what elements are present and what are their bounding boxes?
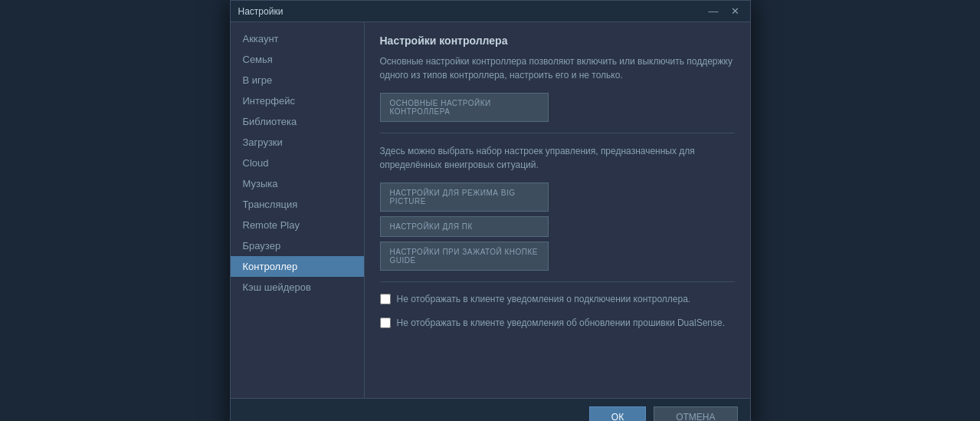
checkbox-dualsense-firmware[interactable] xyxy=(380,317,391,328)
sidebar-item-family[interactable]: Семья xyxy=(231,49,364,70)
guide-settings-button[interactable]: НАСТРОЙКИ ПРИ ЗАЖАТОЙ КНОПКЕ GUIDE xyxy=(380,242,549,271)
sidebar-item-downloads[interactable]: Загрузки xyxy=(231,132,364,153)
dialog-footer: ОК ОТМЕНА xyxy=(231,398,750,421)
divider-1 xyxy=(380,133,735,133)
checkbox-row-1: Не отображать в клиенте уведомления о по… xyxy=(380,293,735,306)
sidebar-item-interface[interactable]: Интерфейс xyxy=(231,90,364,111)
sidebar-item-shader-cache[interactable]: Кэш шейдеров xyxy=(231,277,364,298)
section-title: Настройки контроллера xyxy=(380,35,735,47)
ok-button[interactable]: ОК xyxy=(589,406,646,421)
checkbox-label-2: Не отображать в клиенте уведомления об о… xyxy=(397,317,726,330)
settings-dialog: Настройки — ✕ Аккаунт Семья В игре Интер… xyxy=(230,0,751,421)
sidebar-item-controller[interactable]: Контроллер xyxy=(231,256,364,277)
main-settings-button[interactable]: ОСНОВНЫЕ НАСТРОЙКИ КОНТРОЛЛЕРА xyxy=(380,93,549,122)
titlebar: Настройки — ✕ xyxy=(231,1,750,22)
sidebar-item-browser[interactable]: Браузер xyxy=(231,235,364,256)
sidebar-item-ingame[interactable]: В игре xyxy=(231,70,364,90)
desktop-settings-button[interactable]: НАСТРОЙКИ ДЛЯ ПК xyxy=(380,216,549,237)
minimize-button[interactable]: — xyxy=(706,5,722,17)
sidebar-item-account[interactable]: Аккаунт xyxy=(231,28,364,49)
titlebar-controls: — ✕ xyxy=(706,5,742,17)
divider-2 xyxy=(380,281,735,282)
sidebar-item-cloud[interactable]: Cloud xyxy=(231,153,364,173)
sidebar-item-broadcast[interactable]: Трансляция xyxy=(231,194,364,215)
sidebar-item-library[interactable]: Библиотека xyxy=(231,111,364,132)
dialog-body: Аккаунт Семья В игре Интерфейс Библиотек… xyxy=(231,22,750,398)
checkbox-row-2: Не отображать в клиенте уведомления об о… xyxy=(380,317,735,330)
section-desc: Основные настройки контроллера позволяют… xyxy=(380,54,735,82)
sidebar: Аккаунт Семья В игре Интерфейс Библиотек… xyxy=(231,22,365,398)
sidebar-item-remoteplay[interactable]: Remote Play xyxy=(231,215,364,235)
close-button[interactable]: ✕ xyxy=(728,5,742,17)
section-desc2: Здесь можно выбрать набор настроек управ… xyxy=(380,144,735,172)
checkbox-controller-notification[interactable] xyxy=(380,294,391,304)
content-area: Настройки контроллера Основные настройки… xyxy=(365,22,750,398)
checkbox-label-1: Не отображать в клиенте уведомления о по… xyxy=(397,293,691,306)
sidebar-item-music[interactable]: Музыка xyxy=(231,173,364,194)
cancel-button[interactable]: ОТМЕНА xyxy=(654,406,737,421)
dialog-title: Настройки xyxy=(238,6,284,17)
big-picture-settings-button[interactable]: НАСТРОЙКИ ДЛЯ РЕЖИМА BIG PICTURE xyxy=(380,183,549,212)
